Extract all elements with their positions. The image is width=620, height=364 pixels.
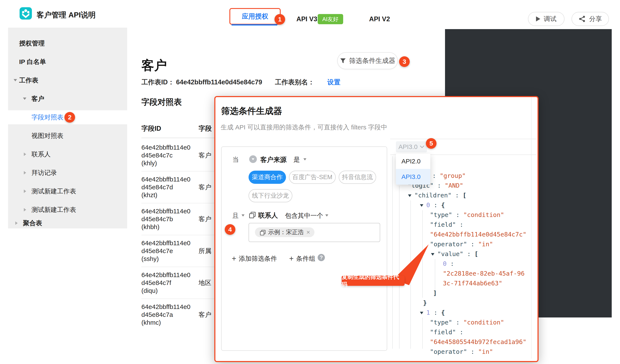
table-row: 64e42bbffb114e0d45e84c7a(khmc): [141, 303, 190, 326]
sidebar-item-ip-whitelist[interactable]: IP 白名单: [19, 57, 46, 66]
table-cell-name: 客户: [199, 183, 211, 191]
chevron-down-icon[interactable]: [242, 214, 245, 216]
collapse-triangle-icon[interactable]: [420, 312, 423, 314]
condition1-field[interactable]: 客户来源: [260, 155, 287, 164]
callout-badge-5: 5: [426, 138, 436, 149]
sidebar-item-contacts[interactable]: 联系人: [31, 150, 51, 159]
table-row: 64e42bbffb114e0d45e84c7f(diqu): [141, 271, 190, 294]
caret-right-icon[interactable]: [24, 190, 26, 193]
sidebar-item-view-mapping[interactable]: 视图对照表: [31, 131, 63, 140]
caret-right-icon[interactable]: [24, 171, 26, 174]
caret-down-icon[interactable]: [23, 98, 26, 100]
when-label: 当: [232, 155, 239, 164]
api-version-dropdown[interactable]: API3.0: [396, 141, 427, 152]
api-version-selected: API3.0: [399, 143, 418, 151]
table-cell-name: 地区: [199, 279, 211, 287]
json-line: "2c2818ee-82eb-45af-96: [443, 268, 525, 279]
funnel-icon: [340, 58, 346, 64]
copy-code-tooltip: 复制生成的筛选条件代码: [342, 276, 405, 286]
filter-builder-button[interactable]: 筛选条件生成器: [337, 52, 398, 69]
api-version-menu: API2.0 API3.0: [396, 154, 430, 185]
settings-link[interactable]: 设置: [327, 78, 341, 87]
collapse-triangle-icon[interactable]: [431, 253, 434, 256]
value-chip-label: 示例：宋正浩: [268, 228, 304, 236]
json-line: 0 : {: [420, 200, 445, 210]
sidebar-item-customer[interactable]: 客户: [31, 94, 44, 104]
sidebar-item-test-worksheet-2[interactable]: 测试新建工作表: [31, 205, 76, 214]
menu-item-api2[interactable]: API2.0: [396, 154, 430, 169]
option-tag[interactable]: 抖音信息流: [339, 171, 376, 184]
filter-builder-modal: 筛选条件生成器 生成 API 可以直接用的筛选条件，可直接传入 filters …: [214, 96, 539, 362]
option-tag[interactable]: 线下行业沙龙: [248, 189, 292, 202]
value-input[interactable]: 示例：宋正浩 ×: [248, 223, 380, 242]
sidebar-item-field-mapping[interactable]: 字段对照表: [31, 113, 63, 122]
json-line: 3c-71f744ab6e63": [443, 278, 502, 288]
screen: 客户管理 API说明 应用授权 1 API V3 AI友好 API V2 调试 …: [0, 0, 620, 364]
json-line: 0 :: [443, 258, 454, 269]
modal-description: 生成 API 可以直接用的筛选条件，可直接传入 filters 字段中: [221, 123, 387, 132]
condition1-operator[interactable]: 是: [294, 155, 300, 164]
option-tag[interactable]: 百度广告-SEM: [289, 171, 336, 184]
json-line: "type" : "condition": [430, 317, 504, 327]
json-line: "field" :: [430, 219, 463, 230]
chevron-down-icon[interactable]: [303, 158, 306, 160]
section-title: 字段对照表: [141, 97, 182, 107]
filter-builder-button-label: 筛选条件生成器: [349, 56, 395, 65]
tab-app-auth-label: 应用授权: [242, 12, 268, 21]
tab-app-auth[interactable]: 应用授权: [229, 8, 281, 25]
relation-field-icon: [249, 212, 255, 218]
remove-chip-icon[interactable]: ×: [306, 229, 310, 236]
app-title: 客户管理 API说明: [37, 10, 96, 20]
caret-right-icon[interactable]: [24, 208, 26, 212]
json-line: ]: [433, 288, 437, 298]
condition2-operator[interactable]: 包含其中一个: [285, 212, 323, 220]
help-icon[interactable]: ?: [318, 254, 325, 261]
add-group-label: 条件组: [296, 254, 315, 263]
worksheet-id-label: 工作表ID：: [141, 78, 174, 87]
collapse-triangle-icon[interactable]: [420, 204, 423, 207]
worksheet-id-value: 64e42bbffb114e0d45e84c79: [176, 78, 262, 86]
debug-button-label: 调试: [544, 15, 557, 23]
caret-down-icon[interactable]: [14, 79, 17, 81]
json-line: "value" : [: [431, 249, 478, 259]
callout-badge-3: 3: [399, 56, 410, 67]
condition-builder-panel: 当 客户来源 是 渠道商合作 百度广告-SEM 抖音信息流 线下行业沙龙 且 联…: [221, 146, 387, 351]
modal-title: 筛选条件生成器: [221, 105, 282, 117]
caret-right-icon[interactable]: [24, 152, 26, 156]
chevron-down-icon: [420, 145, 424, 148]
sidebar-item-aggregate-tables[interactable]: 聚合表: [23, 218, 42, 228]
debug-button[interactable]: 调试: [528, 12, 564, 26]
indent-guide: [410, 200, 411, 349]
collapse-triangle-icon[interactable]: [408, 195, 411, 197]
json-line: 1 : {: [420, 307, 445, 318]
share-button[interactable]: 分享: [572, 12, 609, 26]
sidebar-item-worksheets[interactable]: 工作表: [19, 76, 38, 85]
sidebar-item-auth-management[interactable]: 授权管理: [19, 39, 45, 48]
app-logo-icon: [20, 7, 32, 19]
col-header-field-id: 字段ID: [141, 124, 161, 133]
value-chip[interactable]: 示例：宋正浩 ×: [255, 227, 314, 237]
table-cell-name: 客户: [199, 311, 211, 318]
table-row: 64e42bbffb114e0d45e84c7c(khly): [141, 143, 190, 167]
caret-right-icon[interactable]: [15, 221, 18, 225]
menu-item-api3[interactable]: API3.0: [396, 169, 430, 185]
callout-badge-1: 1: [275, 14, 285, 25]
and-label[interactable]: 且: [232, 212, 239, 220]
table-cell-name: 所属: [199, 247, 211, 255]
condition2-field[interactable]: 联系人: [258, 211, 278, 220]
option-tag-selected[interactable]: 渠道商合作: [248, 171, 286, 184]
add-condition-button[interactable]: + 添加筛选条件: [232, 254, 277, 263]
sidebar-item-test-worksheet-1[interactable]: 测试新建工作表: [31, 187, 76, 196]
field-dropdown-icon[interactable]: [249, 155, 257, 163]
tab-api-v3[interactable]: API V3: [296, 15, 317, 23]
chevron-down-icon[interactable]: [325, 214, 328, 216]
json-line: "operator" : "in": [430, 239, 493, 249]
table-cell-name: 客户: [199, 151, 211, 159]
tab-api-v2[interactable]: API V2: [369, 15, 390, 23]
json-line: "operator" : "in": [430, 347, 493, 357]
add-group-button[interactable]: + 条件组: [289, 254, 315, 263]
table-row: 64e42bbffb114e0d45e84c7e(sshy): [141, 239, 190, 263]
sidebar-item-visit-records[interactable]: 拜访记录: [31, 168, 57, 177]
modal-scrollbar[interactable]: [531, 98, 531, 359]
callout-badge-2: 2: [64, 112, 75, 123]
